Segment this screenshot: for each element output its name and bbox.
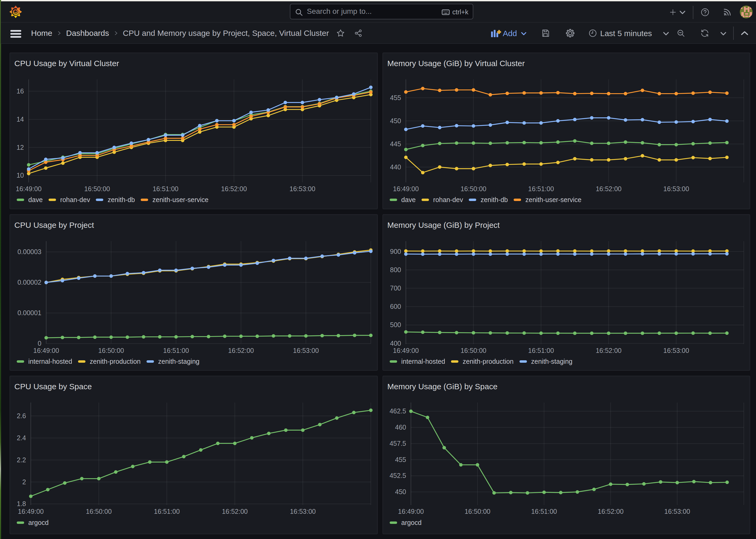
- svg-text:700: 700: [390, 284, 401, 292]
- svg-text:462.5: 462.5: [389, 407, 406, 415]
- svg-text:16:53:00: 16:53:00: [663, 347, 689, 354]
- svg-text:16:53:00: 16:53:00: [663, 185, 689, 193]
- svg-text:16:49:00: 16:49:00: [18, 508, 43, 515]
- svg-text:16:52:00: 16:52:00: [221, 185, 247, 193]
- svg-text:16:51:00: 16:51:00: [528, 185, 554, 193]
- svg-text:452.5: 452.5: [389, 472, 406, 479]
- svg-text:16:51:00: 16:51:00: [163, 347, 189, 354]
- svg-text:455: 455: [395, 456, 406, 463]
- svg-text:16:52:00: 16:52:00: [596, 347, 621, 354]
- svg-text:16:49:00: 16:49:00: [393, 347, 419, 354]
- svg-text:2.2: 2.2: [17, 456, 26, 464]
- svg-text:16:52:00: 16:52:00: [222, 508, 248, 515]
- svg-text:16:50:00: 16:50:00: [464, 508, 490, 515]
- svg-text:400: 400: [390, 340, 401, 347]
- svg-text:12: 12: [17, 144, 24, 151]
- svg-text:16:49:00: 16:49:00: [393, 185, 419, 193]
- svg-text:16:51:00: 16:51:00: [154, 508, 180, 515]
- svg-text:10: 10: [17, 172, 24, 179]
- svg-text:16:53:00: 16:53:00: [290, 508, 315, 515]
- svg-text:450: 450: [395, 488, 406, 496]
- svg-text:16:51:00: 16:51:00: [153, 185, 178, 193]
- svg-text:16:52:00: 16:52:00: [596, 185, 621, 193]
- svg-text:16:53:00: 16:53:00: [290, 185, 315, 193]
- svg-text:800: 800: [390, 266, 401, 273]
- svg-text:0.00002: 0.00002: [18, 278, 41, 286]
- svg-text:16:50:00: 16:50:00: [86, 508, 112, 515]
- svg-text:600: 600: [390, 303, 401, 310]
- svg-text:16:53:00: 16:53:00: [664, 508, 690, 515]
- svg-text:2.4: 2.4: [17, 434, 26, 441]
- svg-text:16:49:00: 16:49:00: [16, 185, 41, 193]
- svg-text:460: 460: [395, 424, 406, 431]
- svg-text:0.00003: 0.00003: [18, 248, 41, 256]
- svg-text:16:50:00: 16:50:00: [460, 185, 486, 193]
- svg-text:16:53:00: 16:53:00: [293, 347, 319, 354]
- svg-text:0: 0: [38, 340, 41, 347]
- svg-text:16:51:00: 16:51:00: [528, 347, 554, 354]
- svg-text:455: 455: [390, 94, 401, 102]
- svg-text:14: 14: [17, 116, 24, 123]
- svg-text:2: 2: [22, 478, 26, 486]
- svg-text:16: 16: [17, 87, 24, 95]
- svg-text:457.5: 457.5: [389, 440, 406, 447]
- svg-text:16:50:00: 16:50:00: [84, 185, 110, 193]
- svg-text:16:52:00: 16:52:00: [228, 347, 254, 354]
- svg-text:500: 500: [390, 321, 401, 329]
- svg-text:16:50:00: 16:50:00: [98, 347, 124, 354]
- svg-text:16:50:00: 16:50:00: [460, 347, 486, 354]
- svg-text:2.6: 2.6: [17, 412, 26, 420]
- svg-text:1.8: 1.8: [17, 500, 26, 507]
- svg-text:0.00001: 0.00001: [18, 309, 41, 317]
- svg-text:445: 445: [390, 140, 401, 148]
- svg-text:16:49:00: 16:49:00: [398, 508, 424, 515]
- svg-text:450: 450: [390, 117, 401, 124]
- svg-text:440: 440: [390, 163, 401, 171]
- svg-text:900: 900: [390, 248, 401, 255]
- svg-text:16:52:00: 16:52:00: [598, 508, 624, 515]
- svg-text:16:49:00: 16:49:00: [33, 347, 59, 354]
- svg-text:16:51:00: 16:51:00: [531, 508, 557, 515]
